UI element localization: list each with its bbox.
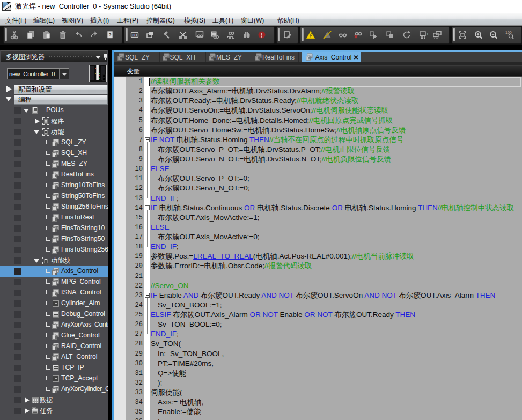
svg-text:?: ? <box>108 32 112 38</box>
svg-text:1: 1 <box>427 32 429 36</box>
svg-text:3D: 3D <box>132 33 137 38</box>
